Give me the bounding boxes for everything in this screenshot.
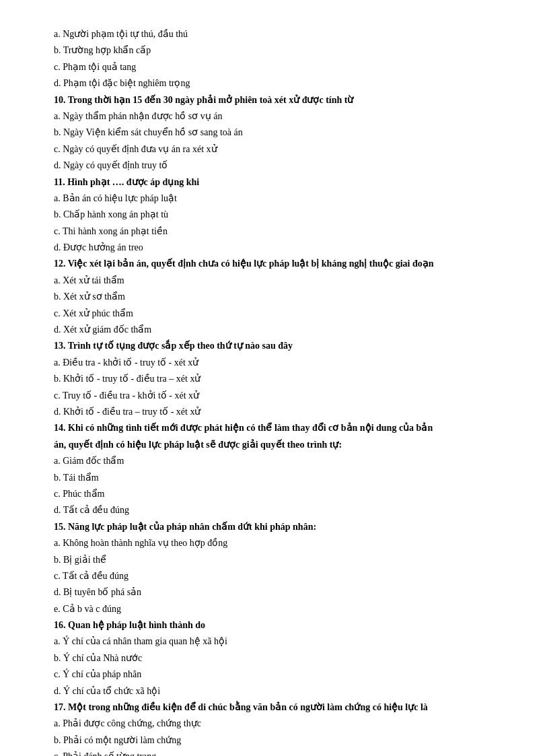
text-line-24: 14. Khi có những tình tiết mới được phát… [54, 421, 495, 436]
text-line-33: c. Tất cả đều đúng [54, 569, 495, 584]
text-line-13: d. Được hưởng án treo [54, 240, 495, 255]
text-line-18: d. Xét xử giám đốc thẩm [54, 322, 495, 337]
text-line-29: d. Tất cả đều đúng [54, 503, 495, 518]
text-line-21: b. Khởi tố - truy tố - điều tra – xét xử [54, 372, 495, 386]
text-line-34: d. Bị tuyên bố phá sản [54, 585, 495, 600]
text-line-30: 15. Năng lực pháp luật của pháp nhân chấ… [54, 520, 495, 535]
text-line-44: c. Phải đánh số từng trang [54, 749, 495, 756]
text-line-15: a. Xét xử tái thẩm [54, 273, 495, 288]
text-line-41: 17. Một trong những điều kiện để di chúc… [54, 700, 495, 715]
text-line-37: a. Ý chí của cá nhân tham gia quan hệ xã… [54, 634, 495, 649]
text-line-9: 11. Hình phạt …. được áp dụng khi [54, 175, 495, 190]
text-line-6: b. Ngày Viện kiểm sát chuyển hồ sơ sang … [54, 125, 495, 140]
text-line-3: d. Phạm tội đặc biệt nghiêm trọng [54, 76, 495, 91]
text-line-40: d. Ý chí của tổ chức xã hội [54, 684, 495, 699]
text-line-20: a. Điều tra - khởi tố - truy tố - xét xử [54, 355, 495, 370]
text-line-1: b. Trường hợp khẩn cấp [54, 43, 495, 58]
text-line-36: 16. Quan hệ pháp luật hình thành do [54, 618, 495, 633]
text-line-19: 13. Trình tự tố tụng được sắp xếp theo t… [54, 339, 495, 353]
main-content: a. Người phạm tội tự thú, đầu thúb. Trườ… [54, 27, 495, 756]
text-line-16: b. Xét xử sơ thẩm [54, 289, 495, 304]
text-line-8: d. Ngày có quyết định truy tố [54, 158, 495, 173]
text-line-12: c. Thi hành xong án phạt tiền [54, 224, 495, 239]
text-line-5: a. Ngày thẩm phán nhận được hồ sơ vụ án [54, 109, 495, 124]
text-line-42: a. Phải được công chứng, chứng thực [54, 716, 495, 731]
text-line-43: b. Phải có một người làm chứng [54, 733, 495, 748]
text-line-28: c. Phúc thẩm [54, 487, 495, 502]
text-line-7: c. Ngày có quyết định đưa vụ án ra xét x… [54, 142, 495, 157]
text-line-25: án, quyết định có hiệu lực pháp luật sẽ … [54, 438, 495, 452]
text-line-26: a. Giám đốc thẩm [54, 454, 495, 469]
text-line-4: 10. Trong thời hạn 15 đến 30 ngày phải m… [54, 93, 495, 108]
text-line-39: c. Ý chí của pháp nhân [54, 667, 495, 682]
text-line-14: 12. Việc xét lại bản án, quyết định chưa… [54, 256, 495, 271]
text-line-17: c. Xét xử phúc thẩm [54, 306, 495, 321]
text-line-35: e. Cả b và c đúng [54, 602, 495, 617]
text-line-38: b. Ý chí của Nhà nước [54, 651, 495, 666]
text-line-31: a. Không hoàn thành nghĩa vụ theo hợp đồ… [54, 536, 495, 551]
text-line-32: b. Bị giải thể [54, 553, 495, 568]
text-line-11: b. Chấp hành xong án phạt tù [54, 207, 495, 222]
text-line-27: b. Tái thẩm [54, 471, 495, 485]
text-line-22: c. Truy tố - điều tra - khởi tố - xét xử [54, 388, 495, 403]
text-line-10: a. Bản án có hiệu lực pháp luật [54, 191, 495, 206]
text-line-23: d. Khởi tố - điều tra – truy tố - xét xử [54, 405, 495, 419]
text-line-0: a. Người phạm tội tự thú, đầu thú [54, 27, 495, 42]
text-line-2: c. Phạm tội quả tang [54, 60, 495, 75]
